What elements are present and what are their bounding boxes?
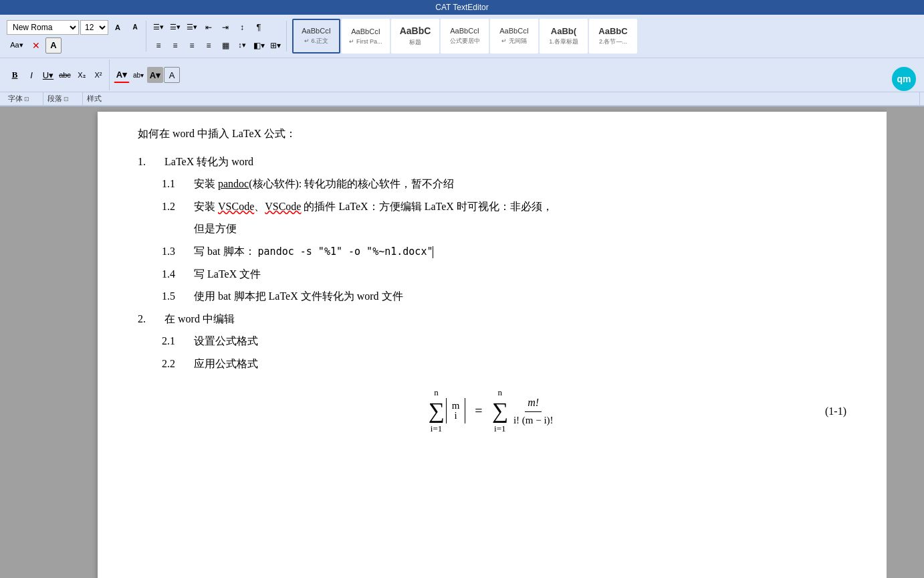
sigma-right-bottom: i=1: [494, 422, 505, 436]
font-color-button[interactable]: A▾: [114, 67, 130, 83]
highlight-color-button[interactable]: ab▾: [130, 67, 146, 83]
shading-button[interactable]: ◧▾: [251, 37, 267, 54]
superscript-button[interactable]: X²: [90, 67, 106, 83]
style-item-first-para[interactable]: AaBbCcI ↵ First Pa...: [342, 19, 390, 54]
pandoc-link: pandoc: [218, 178, 249, 189]
font-grow-button[interactable]: A: [110, 19, 126, 35]
font-expand-icon[interactable]: ⊡: [24, 96, 29, 102]
ribbon-row2: B I U▾ abc X₂ X² A▾ ab▾ A▾ A: [0, 58, 924, 92]
list-num-2: 2.: [138, 310, 164, 328]
sub-text-1-4: 写 LaTeX 文件: [194, 266, 261, 283]
sub-num-1-5: 1.5: [162, 288, 194, 305]
styles-label-text: 样式: [87, 94, 102, 104]
columns-button[interactable]: ▦: [217, 37, 233, 54]
sub-num-1-3: 1.3: [162, 243, 194, 260]
style-label-formula: 公式要居中: [450, 37, 480, 45]
list-num-1: 1.: [138, 153, 164, 171]
continuation-1-2: 但是方便: [194, 220, 846, 237]
font-size-select[interactable]: 12: [80, 20, 108, 35]
justify-button[interactable]: ≡: [201, 37, 217, 54]
sub-text-1-3: 写 bat 脚本： pandoc -s "%1" -o "%~n1.docx": [194, 243, 433, 260]
list-item-1-2: 1.2 安装 VSCode、VSCode 的插件 LaTeX：方便编辑 LaTe…: [162, 198, 846, 215]
align-left-button[interactable]: ≡: [150, 37, 166, 54]
list-item-2: 2. 在 word 中编辑: [138, 310, 846, 328]
style-preview-heading1: AaBbC: [400, 25, 431, 37]
strikethrough-button[interactable]: abc: [57, 67, 73, 83]
align-center-button[interactable]: ≡: [167, 37, 183, 54]
clear-format-button[interactable]: ✕: [28, 37, 44, 54]
bullets-button[interactable]: ☰▾: [150, 19, 166, 35]
list-item-1-5: 1.5 使用 bat 脚本把 LaTeX 文件转化为 word 文件: [162, 288, 846, 305]
styles-section-label: 样式: [83, 92, 920, 105]
underline-button[interactable]: U▾: [40, 67, 56, 83]
italic-button[interactable]: I: [23, 67, 39, 83]
paragraph-section: ☰▾ ☰▾ ☰▾ ⇤ ⇥ ↕ ¶ ≡ ≡ ≡ ≡ ▦ ↕▾ ◧▾ ⊞▾: [148, 21, 287, 52]
sub-text-1-1: 安装 pandoc(核心软件): 转化功能的核心软件，暂不介绍: [194, 175, 454, 193]
borders-button[interactable]: ⊞▾: [267, 37, 283, 54]
list-item-2-2: 2.2 应用公式格式: [162, 355, 846, 373]
left-margin: [0, 106, 98, 578]
style-item-section[interactable]: AaBbC 2.各节—...: [589, 19, 637, 54]
style-item-formula[interactable]: AaBbCcI 公式要居中: [441, 19, 489, 54]
formula-number: (1-1): [825, 403, 846, 420]
change-case-button[interactable]: Aa▾: [7, 37, 27, 54]
style-label-section: 2.各节—...: [599, 37, 627, 46]
style-preview-chapter: AaBb(: [551, 26, 576, 37]
math-formula: n ∑ i=1 m i = n: [428, 386, 556, 437]
sub-num-1-4: 1.4: [162, 266, 194, 283]
align-right-button[interactable]: ≡: [184, 37, 200, 54]
ribbon-section-labels: 字体 ⊡ 段落 ⊡ 样式: [0, 92, 924, 106]
style-label-no-space: ↵ 无间隔: [501, 37, 527, 45]
title-bar: CAT TextEditor: [0, 0, 924, 15]
binom-bottom: i: [454, 411, 457, 421]
char-border-button[interactable]: A: [164, 67, 180, 83]
qm-badge[interactable]: qm: [892, 67, 916, 91]
font-shrink-button[interactable]: A: [127, 19, 143, 35]
multilevel-button[interactable]: ☰▾: [184, 19, 200, 35]
sigma-top-n: n: [434, 386, 439, 400]
char-shade-button[interactable]: A▾: [147, 67, 163, 83]
font-name-select[interactable]: New Roma: [7, 20, 79, 35]
ribbon-row1: New Roma 12 A A Aa▾ ✕ A ☰▾ ☰▾ ☰▾ ⇤: [0, 15, 924, 58]
sub-num-1-2: 1.2: [162, 198, 194, 215]
style-label-chapter: 1.各章标题: [549, 37, 578, 46]
style-item-heading1[interactable]: AaBbC 标题: [391, 19, 439, 54]
right-margin: [887, 106, 924, 578]
bold-button[interactable]: B: [7, 67, 23, 83]
font-section-label: 字体 ⊡: [4, 92, 43, 105]
sigma-bottom-i1: i=1: [431, 422, 442, 436]
list-item-1-1: 1.1 安装 pandoc(核心软件): 转化功能的核心软件，暂不介绍: [162, 175, 846, 193]
sort-button[interactable]: ↕: [234, 19, 250, 35]
line-spacing-button[interactable]: ↕▾: [234, 37, 250, 54]
font-format-section: B I U▾ abc X₂ X²: [4, 60, 110, 90]
show-marks-button[interactable]: ¶: [251, 19, 267, 35]
numbering-button[interactable]: ☰▾: [167, 19, 183, 35]
sub-text-1-5: 使用 bat 脚本把 LaTeX 文件转化为 word 文件: [194, 288, 403, 305]
sub-num-2-2: 2.2: [162, 355, 194, 373]
list-text-1: LaTeX 转化为 word: [164, 153, 253, 171]
style-item-chapter[interactable]: AaBb( 1.各章标题: [540, 19, 588, 54]
sigma-right-top: n: [498, 386, 503, 400]
style-label-heading1: 标题: [409, 38, 421, 47]
style-gallery: AaBbCcI ↵ 6.正文 AaBbCcI ↵ First Pa... AaB…: [288, 17, 920, 55]
sub-text-2-1: 设置公式格式: [194, 332, 258, 350]
subscript-button[interactable]: X₂: [74, 67, 90, 83]
style-item-normal[interactable]: AaBbCcI ↵ 6.正文: [292, 19, 340, 54]
binom-top: m: [452, 401, 460, 411]
content-area: 如何在 word 中插入 LaTeX 公式： 1. LaTeX 转化为 word…: [0, 106, 924, 578]
vscode-link1: VSCode: [218, 201, 254, 212]
color-section: A▾ ab▾ A▾ A: [111, 60, 183, 90]
text-format-button[interactable]: A: [45, 37, 62, 54]
document-page[interactable]: 如何在 word 中插入 LaTeX 公式： 1. LaTeX 转化为 word…: [98, 112, 887, 578]
paragraph-expand-icon[interactable]: ⊡: [64, 96, 69, 102]
formula-left: n ∑ i=1 m i: [428, 386, 465, 437]
list-text-2: 在 word 中编辑: [164, 310, 235, 328]
style-preview-normal: AaBbCcI: [302, 27, 330, 35]
style-item-no-space[interactable]: AaBbCcI ↵ 无间隔: [490, 19, 538, 54]
sub-text-1-2: 安装 VSCode、VSCode 的插件 LaTeX：方便编辑 LaTeX 时可…: [194, 198, 553, 215]
formula-container: n ∑ i=1 m i = n: [138, 386, 846, 437]
font-section: New Roma 12 A A Aa▾ ✕ A: [4, 21, 146, 52]
decrease-indent-button[interactable]: ⇤: [201, 19, 217, 35]
increase-indent-button[interactable]: ⇥: [217, 19, 233, 35]
sigma-right-wrapper: n ∑ i=1: [492, 386, 508, 437]
